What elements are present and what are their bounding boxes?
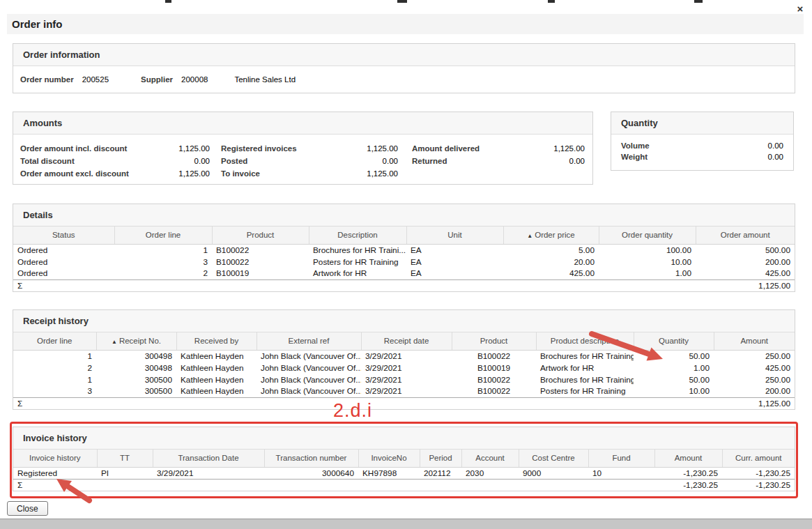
header-row: StatusOrder lineProductDescriptionUnit▲O…: [13, 227, 795, 244]
column-header-status[interactable]: Status: [13, 227, 114, 244]
column-header-account[interactable]: Account: [461, 450, 519, 467]
cell: 20.00: [503, 256, 599, 268]
cell: 1: [114, 244, 212, 256]
sum-row: Σ1,125.00: [13, 279, 795, 291]
cell: 200.00: [696, 256, 795, 268]
cell: [212, 279, 309, 291]
cell: [536, 397, 634, 409]
cell: 425.00: [714, 362, 795, 374]
invoice-history-panel: Invoice history Invoice historyTTTransac…: [13, 427, 795, 491]
column-label: Account: [475, 454, 505, 462]
cell: Σ: [13, 397, 96, 409]
order-information-title: Order information: [13, 44, 795, 66]
cell: B100022: [452, 385, 536, 397]
cell: Σ: [13, 479, 97, 491]
amounts-column-2: Registered invoices 1,125.00 Posted 0.00…: [221, 142, 398, 180]
column-label: Cost Centre: [532, 454, 574, 462]
cell: 300498: [96, 350, 176, 362]
column-label: InvoiceNo: [371, 454, 406, 462]
cell: B100022: [212, 256, 309, 268]
table-row[interactable]: 2300498Kathleen HaydenJohn Black (Vancou…: [13, 362, 795, 374]
column-header-order-amount[interactable]: Order amount: [696, 227, 795, 244]
cell: [358, 479, 420, 491]
column-label: Invoice history: [29, 454, 81, 462]
amount-label: To invoice: [221, 169, 260, 178]
cell: -1,230.25: [722, 467, 795, 479]
order-number-value: 200525: [82, 75, 109, 84]
cell: John Black (Vancouver Of...: [256, 350, 361, 362]
cell: 1: [13, 350, 96, 362]
column-label: Receipt No.: [119, 337, 161, 345]
column-header-order-quantity[interactable]: Order quantity: [599, 227, 696, 244]
column-header-receipt-date[interactable]: Receipt date: [361, 332, 452, 350]
order-number-label: Order number: [20, 75, 74, 84]
column-label: Status: [52, 231, 75, 239]
cell: PI: [97, 467, 153, 479]
cell: 3/29/2021: [361, 385, 452, 397]
column-header-order-price[interactable]: ▲Order price: [503, 227, 599, 244]
table-row[interactable]: Ordered1B100022Brochures for HR Traini..…: [13, 244, 795, 256]
cell: B100022: [452, 374, 536, 385]
table-row[interactable]: 1300498Kathleen HaydenJohn Black (Vancou…: [13, 350, 795, 362]
column-header-period[interactable]: Period: [420, 450, 461, 467]
column-header-tt[interactable]: TT: [97, 450, 153, 467]
cell: 10.00: [599, 256, 696, 268]
amount-field: Amount delivered 1,125.00: [412, 142, 585, 155]
top-edge-artifact: [548, 0, 555, 3]
column-header-product-description[interactable]: Product description: [536, 332, 634, 350]
cell: 3: [13, 385, 96, 397]
column-header-transaction-number[interactable]: Transaction number: [264, 450, 358, 467]
cell: Kathleen Hayden: [176, 362, 256, 374]
close-button[interactable]: Close: [7, 501, 48, 516]
column-header-receipt-no-[interactable]: ▲Receipt No.: [96, 332, 176, 350]
cell: 3/29/2021: [361, 350, 452, 362]
amount-field: Order amount excl. discount 1,125.00: [20, 167, 210, 180]
column-header-product[interactable]: Product: [212, 227, 309, 244]
column-header-external-ref[interactable]: External ref: [256, 332, 361, 350]
cell: [588, 479, 654, 491]
column-header-order-line[interactable]: Order line: [114, 227, 212, 244]
cell: [420, 479, 461, 491]
cell: 5.00: [503, 244, 599, 256]
column-header-cost-centre[interactable]: Cost Centre: [519, 450, 588, 467]
table-row[interactable]: 3300500Kathleen HaydenJohn Black (Vancou…: [13, 385, 795, 397]
column-label: Amount: [740, 337, 768, 345]
column-header-amount[interactable]: Amount: [654, 450, 722, 467]
column-header-fund[interactable]: Fund: [588, 450, 654, 467]
cell: 10.00: [634, 385, 714, 397]
column-label: Order quantity: [622, 231, 673, 239]
column-header-invoice-history[interactable]: Invoice history: [13, 450, 97, 467]
sum-row: Σ1,125.00: [13, 397, 795, 409]
column-label: Description: [337, 231, 378, 239]
close-icon[interactable]: ×: [795, 3, 806, 15]
table-row[interactable]: 1300500Kathleen HaydenJohn Black (Vancou…: [13, 374, 795, 385]
column-header-unit[interactable]: Unit: [406, 227, 503, 244]
column-header-product[interactable]: Product: [452, 332, 536, 350]
cell: [519, 479, 588, 491]
cell: 100.00: [599, 244, 696, 256]
table-row[interactable]: RegisteredPI3/29/20213000640KH9789820211…: [13, 467, 795, 479]
cell: [452, 397, 536, 409]
cell: Kathleen Hayden: [176, 385, 256, 397]
column-header-order-line[interactable]: Order line: [13, 332, 96, 350]
amount-value: 1,125.00: [178, 144, 210, 153]
column-header-transaction-date[interactable]: Transaction Date: [153, 450, 264, 467]
amount-label: Order amount incl. discount: [20, 144, 127, 153]
amount-field: Registered invoices 1,125.00: [221, 142, 398, 155]
cell: EA: [406, 268, 503, 279]
column-header-invoiceno[interactable]: InvoiceNo: [358, 450, 420, 467]
cell: Ordered: [13, 244, 114, 256]
table-row[interactable]: Ordered3B100022Posters for HR TrainingEA…: [13, 256, 795, 268]
table-row[interactable]: Ordered2B100019Artwork for HREA425.001.0…: [13, 268, 795, 279]
column-header-amount[interactable]: Amount: [714, 332, 795, 350]
cell: [361, 397, 452, 409]
column-header-curr-amount[interactable]: Curr. amount: [722, 450, 795, 467]
amount-label: Registered invoices: [221, 144, 297, 153]
column-header-quantity[interactable]: Quantity: [634, 332, 714, 350]
column-header-description[interactable]: Description: [309, 227, 406, 244]
cell: B100019: [452, 362, 536, 374]
column-header-received-by[interactable]: Received by: [176, 332, 256, 350]
column-label: Transaction number: [276, 454, 347, 462]
dialog-title: Order info: [7, 14, 804, 34]
amount-field: Total discount 0.00: [20, 155, 210, 167]
